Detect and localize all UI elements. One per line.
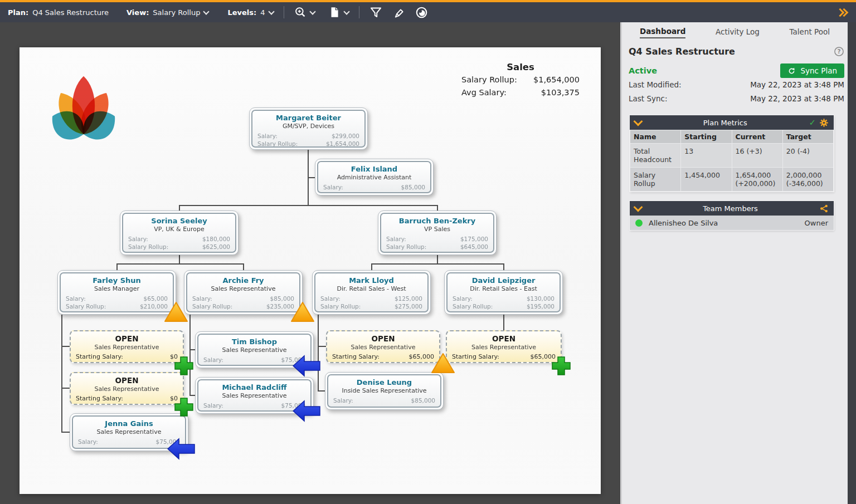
org-node-archie-fry[interactable]: Archie FrySales RepresentativeSalary:$85… <box>184 270 303 315</box>
connector-line <box>116 264 118 270</box>
connector-line <box>61 315 62 433</box>
field-label: Starting Salary: <box>452 353 499 361</box>
summary-row: Salary Rollup: $1,654,000 <box>461 74 580 86</box>
org-node-margaret-beiter[interactable]: Margaret BeiterGM/SVP, DevicesSalary:$29… <box>249 107 368 150</box>
add-position-badge[interactable] <box>174 356 194 378</box>
salary-fields: Starting Salary:$0 <box>71 353 183 361</box>
salary-fields: Salary:$85,000 <box>328 397 440 404</box>
field-value: $275,000 <box>395 302 422 310</box>
org-node-card: Barruch Ben-ZekryVP SalesSalary:$175,000… <box>380 213 494 253</box>
job-title: Dir. Retail Sales - East <box>448 285 560 292</box>
metrics-row: Total Headcount1316 (+3)20 (-4) <box>630 144 834 168</box>
last-modified-value: May 22, 2023 at 3:48 PM <box>750 78 844 92</box>
org-node-card: Archie FrySales RepresentativeSalary:$85… <box>186 272 300 312</box>
visibility-button[interactable] <box>415 6 428 19</box>
job-title: Sales Representative <box>187 285 299 292</box>
sync-plan-button[interactable]: Sync Plan <box>780 63 844 78</box>
last-modified-label: Last Modified: <box>629 78 682 92</box>
sidebar-tabs: Dashboard Activity Log Talent Pool <box>622 22 848 41</box>
job-title: Sales Representative <box>73 428 185 436</box>
team-member-row[interactable]: Allenisheo De SilvaOwner <box>630 216 834 230</box>
metrics-column-header: Target <box>782 130 833 144</box>
warning-triangle-icon <box>164 301 188 322</box>
job-title: Administrative Assistant <box>318 174 430 181</box>
moved-position-badge[interactable] <box>293 355 320 379</box>
summary-title: Sales <box>461 62 580 72</box>
org-node-mark-lloyd[interactable]: Mark LloydDir. Retail Sales - WestSalary… <box>312 270 431 315</box>
field-label: Salary: <box>78 438 98 446</box>
metrics-body: Total Headcount1316 (+3)20 (-4)Salary Ro… <box>630 144 834 192</box>
connector-line <box>318 346 327 347</box>
collapse-panel-button[interactable] <box>839 9 847 16</box>
org-node-open-2[interactable]: OPENSales RepresentativeStarting Salary:… <box>70 372 184 405</box>
field-label: Salary Rollup: <box>453 302 493 310</box>
collapse-section-icon[interactable] <box>634 203 643 212</box>
employee-name: Archie Fry <box>187 276 299 285</box>
org-node-barruch-ben-zekry[interactable]: Barruch Ben-ZekryVP SalesSalary:$175,000… <box>378 211 497 255</box>
field-value: $85,000 <box>411 397 435 404</box>
gear-icon[interactable] <box>819 118 829 128</box>
add-position-icon <box>551 356 571 376</box>
filter-button[interactable] <box>369 6 382 19</box>
employee-name: Denise Leung <box>328 378 440 386</box>
warning-badge[interactable] <box>431 353 455 376</box>
employee-name: OPEN <box>71 334 183 343</box>
zoom-dropdown-button[interactable] <box>294 6 315 18</box>
field-value: $180,000 <box>202 235 230 243</box>
org-node-sorina-seeley[interactable]: Sorina SeeleyVP, UK & EuropeSalary:$180,… <box>120 211 239 255</box>
salary-field-row: Salary:$130,000 <box>453 295 555 302</box>
org-node-david-leipziger[interactable]: David LeipzigerDir. Retail Sales - EastS… <box>444 270 563 315</box>
check-icon[interactable]: ✓ <box>809 118 816 128</box>
moved-position-badge[interactable] <box>293 400 320 424</box>
salary-field-row: Salary Rollup:$210,000 <box>66 302 168 310</box>
org-node-open-3[interactable]: OPENSales RepresentativeStarting Salary:… <box>326 330 440 363</box>
collapse-section-icon[interactable] <box>634 117 643 126</box>
warning-badge[interactable] <box>164 301 188 325</box>
tab-activity-log[interactable]: Activity Log <box>716 27 760 38</box>
connector-line <box>61 388 70 389</box>
magnifier-plus-icon <box>294 6 307 18</box>
employee-name: Margaret Beiter <box>252 114 364 122</box>
company-lotus-logo <box>39 57 128 141</box>
help-icon[interactable]: ? <box>834 46 844 57</box>
add-position-badge[interactable] <box>174 397 194 419</box>
salary-fields: Starting Salary:$0 <box>71 395 183 403</box>
document-dropdown-button[interactable] <box>328 6 349 18</box>
toolbar: Plan: Q4 Sales Restructure View: Salary … <box>0 0 856 22</box>
plan-metrics-panel: Plan Metrics ✓ NameStartingCurrentTarget… <box>630 115 834 192</box>
app-window: Plan: Q4 Sales Restructure View: Salary … <box>0 0 856 504</box>
org-canvas[interactable]: Sales Salary Rollup: $1,654,000 Avg Sala… <box>20 47 601 494</box>
warning-triangle-icon <box>291 301 314 322</box>
org-node-felix-island[interactable]: Felix IslandAdministrative AssistantSala… <box>315 159 434 195</box>
svg-text:?: ? <box>837 48 840 55</box>
salary-field-row: Salary:$125,000 <box>320 295 422 302</box>
highlighter-button[interactable] <box>392 6 405 19</box>
field-label: Salary: <box>257 132 278 140</box>
field-value: $625,000 <box>202 243 230 251</box>
tab-talent-pool[interactable]: Talent Pool <box>790 27 830 38</box>
org-node-open-4[interactable]: OPENSales RepresentativeStarting Salary:… <box>446 330 562 363</box>
field-label: Salary Rollup: <box>257 140 298 148</box>
metrics-cell: 13 <box>681 144 732 168</box>
org-node-denise-leung[interactable]: Denise LeungInside Sales RepresentativeS… <box>325 372 444 410</box>
org-node-card: OPENSales RepresentativeStarting Salary:… <box>446 330 562 363</box>
view-label: View: <box>127 8 149 17</box>
add-position-icon <box>174 356 194 376</box>
salary-fields: Starting Salary:$65,000 <box>447 353 561 361</box>
warning-badge[interactable] <box>291 301 314 325</box>
connector-line <box>179 255 180 264</box>
tab-dashboard[interactable]: Dashboard <box>640 27 685 38</box>
org-node-farley-shun[interactable]: Farley ShunSales ManagerSalary:$65,000Sa… <box>57 270 176 315</box>
connector-line <box>179 205 438 206</box>
org-node-open-1[interactable]: OPENSales RepresentativeStarting Salary:… <box>70 330 184 363</box>
levels-dropdown[interactable]: 4 <box>260 8 273 17</box>
share-icon[interactable] <box>819 204 829 213</box>
salary-field-row: Salary:$75,000 <box>203 402 305 409</box>
field-label: Salary: <box>192 295 212 302</box>
connector-line <box>437 205 438 211</box>
add-position-badge[interactable] <box>551 356 571 378</box>
salary-fields: Salary:$65,000Salary Rollup:$210,000 <box>61 295 173 310</box>
moved-position-badge[interactable] <box>167 438 195 462</box>
field-label: Starting Salary: <box>76 353 123 361</box>
view-dropdown[interactable]: Salary Rollup <box>153 8 208 17</box>
